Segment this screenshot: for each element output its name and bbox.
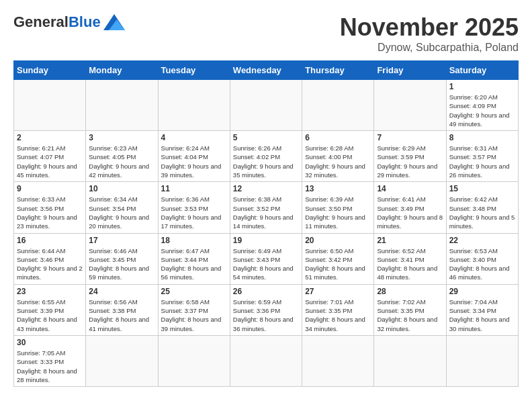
logo-general-text: General — [13, 13, 69, 31]
day-number: 12 — [233, 184, 299, 193]
day-info: Sunrise: 6:29 AM Sunset: 3:59 PM Dayligh… — [377, 144, 443, 179]
calendar-cell: 7Sunrise: 6:29 AM Sunset: 3:59 PM Daylig… — [374, 131, 446, 182]
day-info: Sunrise: 6:23 AM Sunset: 4:05 PM Dayligh… — [89, 144, 154, 179]
title-area: November 2025 Dynow, Subcarpathia, Polan… — [340, 13, 519, 54]
month-title: November 2025 — [340, 13, 519, 42]
weekday-header-monday: Monday — [86, 61, 158, 80]
day-number: 22 — [449, 236, 515, 245]
day-info: Sunrise: 7:04 AM Sunset: 3:34 PM Dayligh… — [449, 298, 515, 333]
day-number: 15 — [449, 184, 515, 193]
calendar-cell: 13Sunrise: 6:39 AM Sunset: 3:50 PM Dayli… — [302, 182, 374, 233]
calendar-cell — [446, 335, 518, 386]
calendar-cell: 27Sunrise: 7:01 AM Sunset: 3:35 PM Dayli… — [302, 284, 374, 335]
calendar-cell — [14, 80, 86, 131]
day-number: 11 — [161, 184, 227, 193]
day-info: Sunrise: 6:56 AM Sunset: 3:38 PM Dayligh… — [89, 298, 154, 333]
day-number: 21 — [377, 236, 443, 245]
calendar-week-row: 2Sunrise: 6:21 AM Sunset: 4:07 PM Daylig… — [14, 131, 519, 182]
day-number: 5 — [233, 133, 299, 142]
calendar-cell: 11Sunrise: 6:36 AM Sunset: 3:53 PM Dayli… — [158, 182, 230, 233]
day-number: 2 — [17, 133, 83, 142]
day-info: Sunrise: 6:39 AM Sunset: 3:50 PM Dayligh… — [305, 195, 371, 230]
calendar-cell — [158, 80, 230, 131]
calendar-cell: 22Sunrise: 6:53 AM Sunset: 3:40 PM Dayli… — [446, 233, 518, 284]
weekday-header-tuesday: Tuesday — [158, 61, 230, 80]
calendar-cell — [158, 335, 230, 386]
calendar-cell: 23Sunrise: 6:55 AM Sunset: 3:39 PM Dayli… — [14, 284, 86, 335]
day-number: 26 — [233, 287, 299, 296]
day-number: 28 — [377, 287, 443, 296]
logo-icon — [103, 14, 125, 30]
calendar-cell: 19Sunrise: 6:49 AM Sunset: 3:43 PM Dayli… — [230, 233, 302, 284]
day-info: Sunrise: 7:02 AM Sunset: 3:35 PM Dayligh… — [377, 298, 443, 333]
header: General Blue November 2025 Dynow, Subcar… — [13, 13, 519, 54]
calendar-cell — [86, 335, 158, 386]
calendar-cell: 3Sunrise: 6:23 AM Sunset: 4:05 PM Daylig… — [86, 131, 158, 182]
day-number: 1 — [449, 82, 515, 91]
day-info: Sunrise: 6:44 AM Sunset: 3:46 PM Dayligh… — [17, 246, 83, 282]
day-info: Sunrise: 6:26 AM Sunset: 4:02 PM Dayligh… — [233, 144, 299, 179]
weekday-header-saturday: Saturday — [446, 61, 518, 80]
day-number: 23 — [17, 287, 83, 296]
calendar-cell: 20Sunrise: 6:50 AM Sunset: 3:42 PM Dayli… — [302, 233, 374, 284]
day-info: Sunrise: 7:05 AM Sunset: 3:33 PM Dayligh… — [17, 349, 83, 384]
calendar-cell: 8Sunrise: 6:31 AM Sunset: 3:57 PM Daylig… — [446, 131, 518, 182]
weekday-header-thursday: Thursday — [302, 61, 374, 80]
day-info: Sunrise: 6:33 AM Sunset: 3:56 PM Dayligh… — [17, 195, 83, 230]
calendar-cell — [230, 80, 302, 131]
day-info: Sunrise: 6:53 AM Sunset: 3:40 PM Dayligh… — [449, 246, 515, 282]
logo-blue-text: Blue — [69, 13, 101, 31]
day-info: Sunrise: 6:55 AM Sunset: 3:39 PM Dayligh… — [17, 298, 83, 333]
calendar-week-row: 30Sunrise: 7:05 AM Sunset: 3:33 PM Dayli… — [14, 335, 519, 386]
calendar-cell: 14Sunrise: 6:41 AM Sunset: 3:49 PM Dayli… — [374, 182, 446, 233]
calendar-cell: 18Sunrise: 6:47 AM Sunset: 3:44 PM Dayli… — [158, 233, 230, 284]
calendar-cell — [374, 335, 446, 386]
day-number: 29 — [449, 287, 515, 296]
day-info: Sunrise: 6:59 AM Sunset: 3:36 PM Dayligh… — [233, 298, 299, 333]
day-info: Sunrise: 6:58 AM Sunset: 3:37 PM Dayligh… — [161, 298, 227, 333]
logo: General Blue — [13, 13, 125, 31]
day-number: 16 — [17, 236, 83, 245]
calendar-cell: 21Sunrise: 6:52 AM Sunset: 3:41 PM Dayli… — [374, 233, 446, 284]
day-info: Sunrise: 6:31 AM Sunset: 3:57 PM Dayligh… — [449, 144, 515, 179]
calendar-header-row: SundayMondayTuesdayWednesdayThursdayFrid… — [14, 61, 519, 80]
logo-area: General Blue — [13, 13, 125, 31]
calendar-cell: 10Sunrise: 6:34 AM Sunset: 3:54 PM Dayli… — [86, 182, 158, 233]
day-number: 20 — [305, 236, 371, 245]
day-number: 13 — [305, 184, 371, 193]
calendar-cell — [230, 335, 302, 386]
calendar-cell — [374, 80, 446, 131]
day-number: 17 — [89, 236, 154, 245]
calendar-table: SundayMondayTuesdayWednesdayThursdayFrid… — [13, 60, 519, 387]
calendar-week-row: 23Sunrise: 6:55 AM Sunset: 3:39 PM Dayli… — [14, 284, 519, 335]
day-number: 7 — [377, 133, 443, 142]
calendar-cell: 25Sunrise: 6:58 AM Sunset: 3:37 PM Dayli… — [158, 284, 230, 335]
day-number: 14 — [377, 184, 443, 193]
day-info: Sunrise: 6:47 AM Sunset: 3:44 PM Dayligh… — [161, 246, 227, 282]
day-number: 4 — [161, 133, 227, 142]
day-info: Sunrise: 6:46 AM Sunset: 3:45 PM Dayligh… — [89, 246, 154, 282]
day-info: Sunrise: 6:20 AM Sunset: 4:09 PM Dayligh… — [449, 93, 515, 128]
weekday-header-wednesday: Wednesday — [230, 61, 302, 80]
calendar-week-row: 9Sunrise: 6:33 AM Sunset: 3:56 PM Daylig… — [14, 182, 519, 233]
day-info: Sunrise: 6:50 AM Sunset: 3:42 PM Dayligh… — [305, 246, 371, 282]
day-info: Sunrise: 6:21 AM Sunset: 4:07 PM Dayligh… — [17, 144, 83, 179]
calendar-cell: 28Sunrise: 7:02 AM Sunset: 3:35 PM Dayli… — [374, 284, 446, 335]
day-info: Sunrise: 7:01 AM Sunset: 3:35 PM Dayligh… — [305, 298, 371, 333]
day-number: 9 — [17, 184, 83, 193]
calendar-week-row: 1Sunrise: 6:20 AM Sunset: 4:09 PM Daylig… — [14, 80, 519, 131]
calendar-cell: 9Sunrise: 6:33 AM Sunset: 3:56 PM Daylig… — [14, 182, 86, 233]
calendar-cell: 1Sunrise: 6:20 AM Sunset: 4:09 PM Daylig… — [446, 80, 518, 131]
day-number: 6 — [305, 133, 371, 142]
day-info: Sunrise: 6:28 AM Sunset: 4:00 PM Dayligh… — [305, 144, 371, 179]
day-info: Sunrise: 6:52 AM Sunset: 3:41 PM Dayligh… — [377, 246, 443, 282]
location-title: Dynow, Subcarpathia, Poland — [340, 42, 519, 54]
weekday-header-friday: Friday — [374, 61, 446, 80]
day-info: Sunrise: 6:34 AM Sunset: 3:54 PM Dayligh… — [89, 195, 154, 230]
day-number: 8 — [449, 133, 515, 142]
weekday-header-sunday: Sunday — [14, 61, 86, 80]
day-number: 24 — [89, 287, 154, 296]
day-number: 10 — [89, 184, 154, 193]
calendar-cell: 26Sunrise: 6:59 AM Sunset: 3:36 PM Dayli… — [230, 284, 302, 335]
calendar-cell — [86, 80, 158, 131]
